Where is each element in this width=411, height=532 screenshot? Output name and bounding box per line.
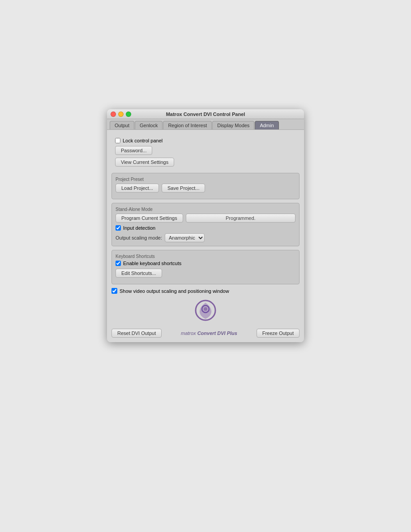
password-button[interactable]: Password...: [115, 146, 152, 155]
keyboard-section: Keyboard Shortcuts Enable keyboard short…: [111, 250, 300, 284]
main-window: Matrox Convert DVI Control Panel Output …: [107, 109, 304, 342]
password-row: Password...: [115, 146, 296, 155]
project-preset-label: Project Preset: [116, 177, 295, 182]
traffic-lights: [111, 112, 131, 117]
enable-kb-checkbox[interactable]: [116, 261, 121, 266]
brand-product: Convert DVI Plus: [197, 330, 237, 336]
standalone-grid: Program Current Settings Programmed.: [116, 214, 295, 223]
output-scaling-label: Output scaling mode:: [116, 235, 162, 240]
top-controls: Lock control panel Password... View Curr…: [111, 134, 300, 173]
close-button[interactable]: [111, 112, 116, 117]
view-settings-button[interactable]: View Current Settings: [115, 158, 174, 167]
minimize-button[interactable]: [118, 112, 124, 117]
tab-genlock[interactable]: Genlock: [135, 121, 163, 129]
input-detection-row: Input detection: [116, 225, 295, 231]
tab-region[interactable]: Region of Interest: [163, 121, 212, 129]
program-settings-button[interactable]: Program Current Settings: [116, 214, 183, 223]
title-bar: Matrox Convert DVI Control Panel: [107, 109, 304, 119]
input-detection-checkbox[interactable]: [116, 225, 121, 231]
tab-display[interactable]: Display Modes: [212, 121, 254, 129]
tab-bar: Output Genlock Region of Interest Displa…: [107, 119, 304, 130]
matrox-logo-icon: [194, 299, 217, 322]
svg-point-2: [204, 307, 207, 311]
show-video-checkbox[interactable]: [111, 288, 117, 294]
save-project-button[interactable]: Save Project...: [162, 184, 206, 193]
freeze-output-button[interactable]: Freeze Output: [257, 329, 300, 338]
view-settings-row: View Current Settings: [115, 158, 296, 167]
project-preset-section: Project Preset Load Project... Save Proj…: [111, 173, 300, 199]
lock-panel-label: Lock control panel: [123, 138, 163, 143]
tab-output[interactable]: Output: [110, 121, 134, 129]
logo-area: [111, 299, 300, 322]
lock-panel-checkbox[interactable]: [115, 138, 120, 143]
lock-panel-row: Lock control panel: [115, 138, 296, 143]
standalone-label: Stand-Alone Mode: [116, 207, 295, 212]
maximize-button[interactable]: [126, 112, 131, 117]
scaling-row: Output scaling mode: Anamorphic Letterbo…: [116, 233, 295, 242]
scaling-mode-select[interactable]: Anamorphic Letterbox Crop Native: [165, 233, 205, 242]
programmed-display: Programmed.: [186, 214, 295, 223]
standalone-section: Stand-Alone Mode Program Current Setting…: [111, 203, 300, 246]
load-project-button[interactable]: Load Project...: [116, 184, 159, 193]
show-video-row: Show video output scaling and positionin…: [111, 288, 300, 294]
content-area: Lock control panel Password... View Curr…: [107, 130, 304, 342]
tab-admin[interactable]: Admin: [255, 121, 278, 129]
show-video-label: Show video output scaling and positionin…: [120, 288, 229, 294]
brand-name: matrox: [181, 330, 196, 336]
enable-kb-label: Enable keyboard shortcuts: [123, 261, 181, 266]
window-title: Matrox Convert DVI Control Panel: [166, 112, 245, 117]
keyboard-label: Keyboard Shortcuts: [116, 254, 295, 259]
brand-text: matrox Convert DVI Plus: [181, 330, 237, 336]
project-buttons-row: Load Project... Save Project...: [116, 184, 295, 193]
footer-buttons: Reset DVI Output matrox Convert DVI Plus…: [111, 329, 300, 338]
edit-shortcuts-button[interactable]: Edit Shortcuts...: [116, 269, 162, 278]
input-detection-label: Input detection: [123, 225, 155, 231]
edit-shortcuts-row: Edit Shortcuts...: [116, 269, 295, 278]
enable-kb-row: Enable keyboard shortcuts: [116, 261, 295, 266]
reset-dvi-button[interactable]: Reset DVI Output: [111, 329, 162, 338]
bottom-section: Show video output scaling and positionin…: [111, 288, 300, 338]
